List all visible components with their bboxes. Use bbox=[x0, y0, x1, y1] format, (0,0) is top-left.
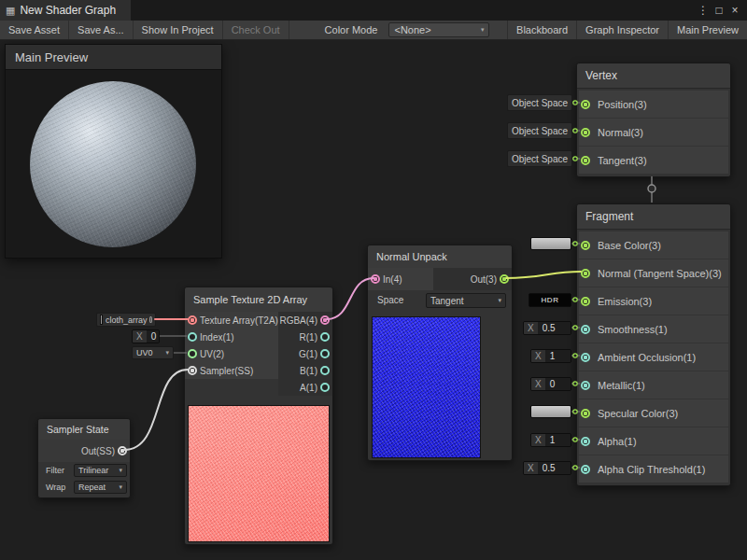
g-output-port[interactable] bbox=[320, 349, 330, 358]
alpha-port[interactable] bbox=[581, 437, 590, 446]
vertex-row-position[interactable]: Position(3) bbox=[579, 91, 728, 118]
dropdown-arrow-icon: ▾ bbox=[165, 349, 169, 357]
dropdown-arrow-icon: ▾ bbox=[119, 467, 122, 474]
value-field[interactable]: 0.5 bbox=[538, 462, 571, 474]
wire-sampler-state[interactable] bbox=[124, 370, 188, 450]
fragment-row-normal[interactable]: Normal (Tangent Space)(3) bbox=[579, 259, 728, 287]
tangent-space-dropdown[interactable]: Object Space bbox=[507, 150, 572, 167]
value-field[interactable]: 0.5 bbox=[538, 322, 571, 334]
wire-out-to-normal[interactable] bbox=[506, 272, 581, 278]
value-field[interactable]: 1 bbox=[545, 434, 571, 446]
fragment-node[interactable]: Fragment Base Color(3) Normal (Tangent S… bbox=[576, 203, 731, 486]
vertex-node[interactable]: Vertex Position(3) Normal(3) Tangent(3) bbox=[576, 63, 731, 177]
out-port[interactable] bbox=[500, 274, 509, 284]
a-output-port[interactable] bbox=[320, 383, 330, 392]
position-input-port[interactable] bbox=[581, 100, 590, 109]
value-field[interactable]: 1 bbox=[545, 350, 571, 362]
input-row-texture-array[interactable]: Texture Array(T2A) bbox=[185, 312, 280, 329]
index-port[interactable] bbox=[188, 332, 197, 342]
space-dropdown[interactable]: Tangent ▾ bbox=[426, 293, 506, 308]
ambient-occlusion-field[interactable]: X 1 bbox=[530, 349, 571, 363]
sampler-out-port[interactable] bbox=[118, 446, 127, 455]
maximize-icon[interactable]: □ bbox=[712, 1, 726, 20]
main-preview-toggle-button[interactable]: Main Preview bbox=[668, 21, 747, 39]
main-preview-panel[interactable]: Main Preview bbox=[5, 44, 222, 259]
b-output-port[interactable] bbox=[320, 366, 330, 375]
metallic-field[interactable]: X 0 bbox=[530, 377, 571, 391]
output-row-g[interactable]: G(1) bbox=[278, 345, 332, 362]
base-color-port[interactable] bbox=[581, 241, 590, 250]
normal-unpack-title[interactable]: Normal Unpack bbox=[368, 245, 512, 269]
normal-space-dropdown[interactable]: Object Space bbox=[507, 122, 572, 139]
smoothness-port[interactable] bbox=[581, 325, 590, 334]
normal-unpack-out-row[interactable]: Out(3) bbox=[433, 268, 512, 290]
sampler-port[interactable] bbox=[188, 366, 197, 375]
fragment-row-ambient-occlusion[interactable]: Ambient Occlusion(1) bbox=[579, 343, 728, 371]
normal-tangent-port[interactable] bbox=[581, 269, 590, 278]
sampler-out-row[interactable]: Out(SS) bbox=[38, 440, 130, 462]
fragment-node-title[interactable]: Fragment bbox=[577, 204, 730, 230]
wrap-dropdown[interactable]: Repeat ▾ bbox=[74, 481, 127, 494]
specular-color-swatch[interactable] bbox=[530, 405, 571, 418]
vertex-row-tangent[interactable]: Tangent(3) bbox=[579, 147, 728, 174]
input-row-uv[interactable]: UV(2) bbox=[185, 345, 280, 362]
fragment-row-alpha[interactable]: Alpha(1) bbox=[579, 427, 728, 455]
input-row-sampler[interactable]: Sampler(SS) bbox=[185, 362, 280, 379]
fragment-row-alpha-clip[interactable]: Alpha Clip Threshold(1) bbox=[579, 455, 728, 483]
port-label: Ambient Occlusion(1) bbox=[579, 352, 696, 363]
vertex-node-title[interactable]: Vertex bbox=[577, 63, 730, 89]
close-icon[interactable]: × bbox=[727, 1, 742, 20]
color-mode-dropdown[interactable]: <None> ▾ bbox=[388, 22, 489, 37]
uv-channel-dropdown[interactable]: UV0 ▾ bbox=[132, 346, 174, 359]
graph-canvas[interactable]: Main Preview Vertex Position(3) Normal(3… bbox=[0, 40, 747, 560]
sampler-state-title[interactable]: Sampler State bbox=[38, 419, 130, 441]
alpha-clip-field[interactable]: X 0.5 bbox=[523, 461, 571, 475]
fragment-row-emission[interactable]: Emission(3) bbox=[579, 287, 728, 315]
index-field[interactable]: X 0 bbox=[132, 329, 160, 343]
value-field[interactable]: 0 bbox=[147, 330, 160, 343]
output-row-a[interactable]: A(1) bbox=[278, 379, 332, 396]
base-color-swatch[interactable] bbox=[530, 237, 571, 250]
fragment-row-smoothness[interactable]: Smoothness(1) bbox=[579, 315, 728, 343]
input-row-index[interactable]: Index(1) bbox=[185, 329, 280, 345]
texture-array-object-field[interactable]: cloth_array bbox=[96, 313, 156, 327]
fragment-row-specular-color[interactable]: Specular Color(3) bbox=[579, 399, 728, 427]
output-row-r[interactable]: R(1) bbox=[278, 329, 332, 345]
texture-array-port[interactable] bbox=[188, 315, 197, 325]
output-row-b[interactable]: B(1) bbox=[278, 362, 332, 379]
metallic-port[interactable] bbox=[581, 381, 590, 390]
uv-port[interactable] bbox=[188, 349, 197, 358]
tangent-input-port[interactable] bbox=[581, 156, 590, 165]
more-menu-icon[interactable]: ⋮ bbox=[696, 1, 711, 20]
sampler-state-node[interactable]: Sampler State Out(SS) Filter Trilinear ▾… bbox=[37, 418, 131, 498]
alpha-field[interactable]: X 1 bbox=[530, 433, 571, 447]
emission-port[interactable] bbox=[581, 297, 590, 306]
specular-color-port[interactable] bbox=[581, 409, 590, 418]
position-space-dropdown[interactable]: Object Space bbox=[507, 94, 572, 111]
main-preview-title[interactable]: Main Preview bbox=[6, 45, 221, 70]
show-in-project-button[interactable]: Show In Project bbox=[134, 21, 223, 39]
value-field[interactable]: 0 bbox=[545, 378, 571, 390]
in-port[interactable] bbox=[371, 274, 380, 284]
fragment-row-base-color[interactable]: Base Color(3) bbox=[579, 231, 728, 259]
r-output-port[interactable] bbox=[320, 332, 330, 342]
output-row-rgba[interactable]: RGBA(4) bbox=[278, 312, 332, 329]
normal-input-port[interactable] bbox=[581, 128, 590, 137]
save-as-button[interactable]: Save As... bbox=[69, 21, 134, 39]
save-asset-button[interactable]: Save Asset bbox=[0, 21, 69, 39]
normal-unpack-node[interactable]: Normal Unpack In(4) Out(3) Space Tangent… bbox=[367, 245, 513, 461]
sample-node-title[interactable]: Sample Texture 2D Array bbox=[185, 287, 332, 313]
normal-unpack-in-row[interactable]: In(4) bbox=[368, 268, 433, 290]
ambient-occlusion-port[interactable] bbox=[581, 353, 590, 362]
smoothness-field[interactable]: X 0.5 bbox=[523, 321, 571, 335]
blackboard-toggle-button[interactable]: Blackboard bbox=[507, 21, 576, 39]
document-tab[interactable]: ▦ New Shader Graph bbox=[0, 0, 131, 21]
fragment-row-metallic[interactable]: Metallic(1) bbox=[579, 371, 728, 399]
rgba-output-port[interactable] bbox=[320, 315, 330, 325]
alpha-clip-port[interactable] bbox=[581, 465, 590, 474]
vertex-row-normal[interactable]: Normal(3) bbox=[579, 119, 728, 146]
filter-dropdown[interactable]: Trilinear ▾ bbox=[74, 464, 127, 477]
emission-hdr-swatch[interactable]: HDR bbox=[529, 293, 571, 307]
graph-inspector-toggle-button[interactable]: Graph Inspector bbox=[576, 21, 668, 39]
sample-texture-2d-array-node[interactable]: Sample Texture 2D Array Texture Array(T2… bbox=[184, 287, 333, 545]
